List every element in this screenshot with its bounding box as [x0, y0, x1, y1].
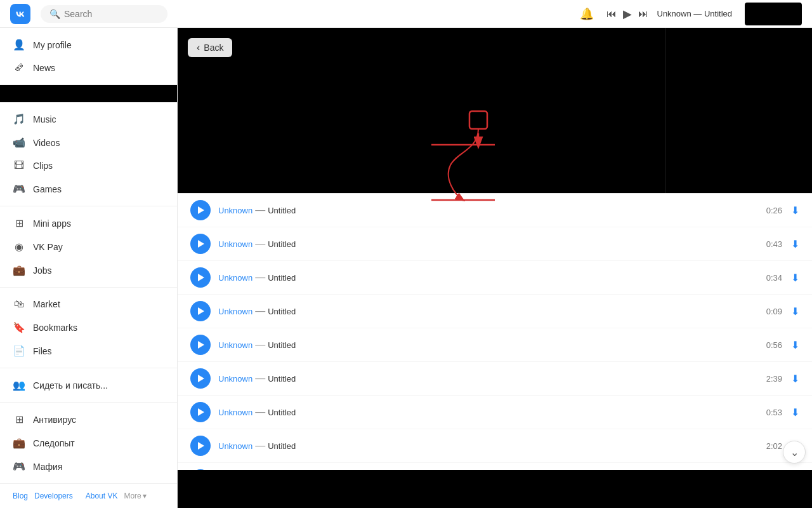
track-item-right: 0:56 ⬇ [766, 339, 799, 351]
market-icon: 🛍 [13, 298, 25, 310]
track-list: Unknown — Untitled 0:26 ⬇ Unknown — Unti… [178, 193, 812, 470]
sidebar-item-mafia[interactable]: 🎮 Мафия [0, 455, 177, 478]
play-track-button[interactable] [190, 301, 211, 321]
footer-developers-link[interactable]: Developers [34, 491, 73, 500]
next-button[interactable]: ⏭ [638, 8, 648, 20]
sidebar-item-bookmarks[interactable]: 🔖 Bookmarks [0, 316, 177, 339]
antivirus-icon: ⊞ [13, 413, 25, 425]
back-button[interactable]: ‹ Back [188, 38, 232, 57]
footer-about-link[interactable]: About VK [86, 491, 118, 500]
track-artist[interactable]: Unknown [218, 273, 252, 283]
sidebar-item-videos[interactable]: 📹 Videos [0, 131, 177, 154]
download-button[interactable]: ⬇ [791, 406, 799, 418]
track-info: Unknown — Untitled [218, 272, 759, 283]
track-artist-line: Unknown — Untitled [218, 238, 759, 250]
notification-icon[interactable]: 🔔 [580, 7, 594, 21]
clips-icon: 🎞 [13, 160, 25, 171]
footer-blog-link[interactable]: Blog [13, 491, 28, 500]
prev-button[interactable]: ⏮ [606, 8, 617, 20]
play-button[interactable]: ▶ [623, 7, 632, 21]
sidebar-item-my-profile[interactable]: 👤 My profile [0, 33, 177, 57]
sidebar-item-music[interactable]: 🎵 Music [0, 107, 177, 131]
track-title: Untitled [268, 441, 296, 451]
mafia-icon: 🎮 [13, 460, 25, 472]
sidebar-item-sledopyt[interactable]: 💼 Следопыт [0, 431, 177, 455]
sidebar-item-files[interactable]: 📄 Files [0, 339, 177, 363]
track-separator: — [255, 238, 265, 250]
download-button[interactable]: ⬇ [791, 238, 799, 250]
sidebar-item-label: Market [33, 299, 60, 309]
play-track-button[interactable] [190, 200, 211, 220]
sidebar-item-jobs[interactable]: 💼 Jobs [0, 258, 177, 282]
sidebar-item-label: Mini apps [33, 218, 71, 229]
track-duration: 0:09 [766, 307, 782, 316]
mini-apps-icon: ⊞ [13, 217, 25, 229]
sidebar-item-label: Games [33, 184, 62, 194]
topbar-avatar [745, 3, 802, 25]
sidebar-item-news[interactable]: 🗞 News [0, 57, 177, 79]
sidebar-item-clips[interactable]: 🎞 Clips [0, 154, 177, 177]
news-icon: 🗞 [13, 62, 25, 74]
sidebar-item-label: Jobs [33, 265, 52, 276]
track-artist[interactable]: Unknown [218, 374, 252, 384]
sidebar-item-market[interactable]: 🛍 Market [0, 293, 177, 316]
sidebar-item-mini-apps[interactable]: ⊞ Mini apps [0, 211, 177, 235]
play-track-button[interactable] [190, 267, 211, 288]
bottom-bar [178, 470, 812, 508]
track-item: Unknown — Untitled 0:43 ⬇ [178, 227, 812, 261]
track-info: Unknown — Untitled [218, 339, 759, 351]
track-separator: — [255, 440, 265, 451]
track-artist[interactable]: Unknown [218, 408, 252, 417]
download-button[interactable]: ⬇ [791, 272, 799, 284]
play-track-button[interactable] [190, 469, 211, 470]
vk-logo[interactable] [10, 4, 30, 24]
sidebar-item-games[interactable]: 🎮 Games [0, 177, 177, 201]
search-input[interactable] [64, 9, 159, 19]
track-item: Unknown — Untitled 0:09 ⬇ [178, 295, 812, 328]
track-artist[interactable]: Unknown [218, 239, 252, 249]
track-duration: 2:39 [766, 374, 782, 384]
sidebar-item-sidet-pisat[interactable]: 👥 Сидеть и писать... [0, 373, 177, 397]
track-title: Untitled [268, 239, 296, 249]
download-button[interactable]: ⬇ [791, 204, 799, 217]
videos-icon: 📹 [13, 137, 25, 149]
play-track-button[interactable] [190, 436, 211, 456]
profile-icon: 👤 [13, 39, 25, 51]
track-item-right: 0:34 ⬇ [766, 272, 799, 284]
scroll-down-button[interactable]: ⌄ [783, 441, 806, 464]
search-box[interactable]: 🔍 [41, 5, 167, 23]
sidebar-item-label: Music [33, 114, 56, 124]
search-icon: 🔍 [49, 9, 60, 19]
player-controls: ⏮ ▶ ⏭ Unknown — Untitled [606, 7, 733, 21]
track-artist[interactable]: Unknown [218, 340, 252, 350]
download-button[interactable]: ⬇ [791, 339, 799, 351]
topbar: 🔍 🔔 ⏮ ▶ ⏭ Unknown — Untitled [0, 0, 812, 28]
track-duration: 0:56 [766, 340, 782, 350]
download-button[interactable]: ⬇ [791, 373, 799, 385]
track-duration: 2:02 [766, 441, 782, 451]
sidebar-item-vk-pay[interactable]: ◉ VK Pay [0, 235, 177, 258]
track-title: Untitled [268, 408, 296, 417]
sidebar-item-antivirus[interactable]: ⊞ Антивирус [0, 408, 177, 431]
bookmarks-icon: 🔖 [13, 321, 25, 333]
sidebar-item-label: My profile [33, 40, 72, 50]
track-duration: 0:26 [766, 206, 782, 215]
games-icon: 🎮 [13, 183, 25, 195]
download-button[interactable]: ⬇ [791, 305, 799, 318]
main-layout: 👤 My profile 🗞 News 🎵 Music 📹 Videos 🎞 C… [0, 28, 812, 508]
track-title: Untitled [268, 307, 296, 316]
play-track-button[interactable] [190, 402, 211, 422]
sidebar-item-label: Мафия [33, 462, 63, 472]
track-artist[interactable]: Unknown [218, 206, 252, 215]
play-track-button[interactable] [190, 234, 211, 254]
sidebar-section-media: 🎵 Music 📹 Videos 🎞 Clips 🎮 Games [0, 102, 177, 206]
track-artist[interactable]: Unknown [218, 441, 252, 451]
play-track-button[interactable] [190, 335, 211, 355]
track-artist[interactable]: Unknown [218, 307, 252, 316]
track-separator: — [255, 339, 265, 351]
play-track-button[interactable] [190, 368, 211, 389]
footer-more[interactable]: More ▾ [124, 491, 146, 500]
sidebar-item-label: Следопыт [33, 438, 75, 448]
track-item: Unknown — Untitled 2:02 ⬇ [178, 429, 812, 463]
track-item: Unknown — Untitled 0:53 ⬇ [178, 396, 812, 429]
